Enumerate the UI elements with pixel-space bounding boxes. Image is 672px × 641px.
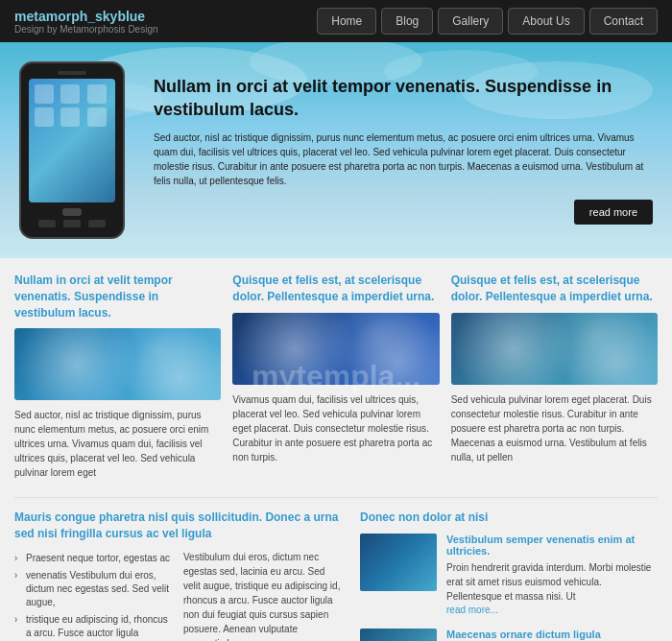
col-1-image [14, 328, 221, 400]
hero-text: Nullam in orci at velit tempor venenatis… [154, 76, 653, 225]
right-item-1-title: Vestibulum semper venenatis enim at ultr… [446, 534, 658, 557]
three-columns-wrapper: Nullam in orci at velit tempor venenatis… [14, 273, 658, 480]
hero-body: Sed auctor, nisl ac tristique dignissim,… [154, 131, 653, 188]
nav-home[interactable]: Home [317, 8, 376, 35]
phone-mockup [10, 61, 134, 239]
phone-app-icon [60, 84, 80, 104]
nav-contact[interactable]: Contact [589, 8, 658, 35]
bullet-list: Praesent neque tortor, egestas ac venena… [14, 550, 172, 641]
bottom-right: Donec non dolor at nisi Vestibulum sempe… [360, 510, 658, 641]
bottom-section: Mauris congue pharetra nisl quis sollici… [14, 510, 658, 641]
col-2-body: Vivamus quam dui, facilisis vel ultrices… [232, 392, 439, 464]
list-item: venenatis Vestibulum dui eros, dictum ne… [14, 567, 172, 611]
phone-home-button [62, 208, 82, 216]
phone-bottom-buttons [38, 220, 106, 227]
col-1-title: Nullam in orci at velit tempor venenatis… [14, 273, 221, 320]
section1-content: Praesent neque tortor, egestas ac venena… [14, 550, 341, 641]
right-item-1-body: Proin hendrerit gravida interdum. Morbi … [446, 560, 658, 604]
phone-btn [38, 220, 56, 227]
divider-1 [14, 497, 658, 498]
phone-app-icon [87, 107, 107, 127]
hero-read-more-button[interactable]: read more [574, 200, 653, 225]
right-item-2-text: Maecenas ornare dictum ligula Morbi mole… [446, 629, 658, 641]
col-1-body: Sed auctor, nisl ac tristique dignissim,… [14, 408, 221, 480]
three-columns: Nullam in orci at velit tempor venenatis… [14, 273, 658, 480]
col-3-body: Sed vehicula pulvinar lorem eget placera… [451, 392, 658, 464]
phone-icons [29, 79, 115, 132]
bottom-left: Mauris congue pharetra nisl quis sollici… [14, 510, 341, 641]
site-tagline: Design by Metamorphosis Design [14, 24, 307, 35]
phone-screen [29, 79, 115, 202]
hero-section: Nullam in orci at velit tempor venenatis… [0, 42, 672, 258]
col-2-image [232, 313, 439, 385]
column-1: Nullam in orci at velit tempor venenatis… [14, 273, 221, 480]
header: metamorph_skyblue Design by Metamorphosi… [0, 0, 672, 42]
right-item-1-read-more[interactable]: read more... [446, 605, 498, 615]
main-nav: Home Blog Gallery About Us Contact [317, 8, 658, 35]
hero-title: Nullam in orci at velit tempor venenatis… [154, 76, 653, 121]
section1-bullets: Praesent neque tortor, egestas ac venena… [14, 550, 172, 641]
right-item-1-image [360, 534, 437, 591]
column-2: Quisque et felis est, at scelerisque dol… [232, 273, 439, 480]
right-section-title: Donec non dolor at nisi [360, 510, 658, 526]
phone-btn [63, 220, 81, 227]
phone-speaker [58, 71, 86, 75]
section1-right-text: Vestibulum dui eros, dictum nec egestas … [183, 550, 341, 641]
list-item: Praesent neque tortor, egestas ac [14, 550, 172, 567]
site-title-block: metamorph_skyblue Design by Metamorphosi… [14, 9, 307, 35]
column-3: Quisque et felis est, at scelerisque dol… [451, 273, 658, 480]
phone-app-icon [35, 107, 54, 127]
list-item: tristique eu adipiscing id, rhoncus a ar… [14, 611, 172, 641]
nav-blog[interactable]: Blog [381, 8, 433, 35]
col-2-title: Quisque et felis est, at scelerisque dol… [232, 273, 439, 305]
col-3-title: Quisque et felis est, at scelerisque dol… [451, 273, 658, 305]
right-item-1: Vestibulum semper venenatis enim at ultr… [360, 534, 658, 615]
main-content: Nullam in orci at velit tempor venenatis… [0, 258, 672, 641]
phone-btn [88, 220, 106, 227]
nav-about[interactable]: About Us [508, 8, 584, 35]
site-name: metamorph_skyblue [14, 9, 307, 24]
phone-app-icon [87, 84, 107, 104]
phone-app-icon [35, 84, 54, 104]
right-item-2: Maecenas ornare dictum ligula Morbi mole… [360, 629, 658, 641]
right-item-2-image [360, 629, 437, 641]
section1-title: Mauris congue pharetra nisl quis sollici… [14, 510, 341, 542]
col-3-image [451, 313, 658, 385]
right-item-2-title: Maecenas ornare dictum ligula [446, 629, 658, 640]
nav-gallery[interactable]: Gallery [438, 8, 503, 35]
phone-app-icon [60, 107, 80, 127]
right-item-1-text: Vestibulum semper venenatis enim at ultr… [446, 534, 658, 615]
